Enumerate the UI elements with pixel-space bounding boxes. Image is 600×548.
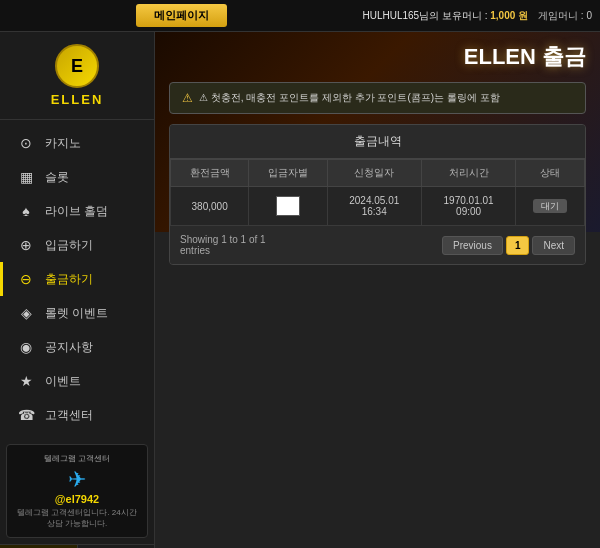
- balance-label: HULHUL165님의 보유머니 :: [362, 10, 487, 21]
- main-page-button[interactable]: 메인페이지: [136, 4, 227, 27]
- next-button[interactable]: Next: [532, 236, 575, 255]
- sidebar-item-casino[interactable]: ⊙ 카지노: [0, 126, 154, 160]
- page-title: ELLEN 출금: [169, 42, 586, 72]
- content-area: ELLEN 출금 ⚠ ⚠ 첫충전, 매충전 포인트를 제외한 추가 포인트(콤프…: [155, 32, 600, 548]
- deposit-icon: ⊕: [17, 236, 35, 254]
- cell-amount: 380,000: [171, 187, 249, 226]
- events-icon: ★: [17, 372, 35, 390]
- support-icon: ☎: [17, 406, 35, 424]
- col-status: 상태: [516, 160, 585, 187]
- main-content: ELLEN 출금 ⚠ ⚠ 첫충전, 매충전 포인트를 제외한 추가 포인트(콤프…: [155, 32, 600, 548]
- main-layout: E ELLEN ⊙ 카지노 ▦ 슬롯 ♠ 라이브 홀덤 ⊕ 입금하기 ⊖: [0, 32, 600, 548]
- sidebar-label-notice: 공지사항: [45, 339, 93, 356]
- sidebar-label-liveholdem: 라이브 홀덤: [45, 203, 108, 220]
- sidebar-label-deposit: 입금하기: [45, 237, 93, 254]
- table-title: 출금내역: [170, 125, 585, 159]
- telegram-subtitle: 텔레그램 고객센터입니다. 24시간 상담 가능합니다.: [15, 507, 139, 529]
- col-amount: 환전금액: [171, 160, 249, 187]
- sidebar-item-support[interactable]: ☎ 고객센터: [0, 398, 154, 432]
- pagination-buttons: Previous 1 Next: [442, 236, 575, 255]
- telegram-box[interactable]: 텔레그램 고객센터 ✈ @el7942 텔레그램 고객센터입니다. 24시간 상…: [6, 444, 148, 538]
- casino-icon: ⊙: [17, 134, 35, 152]
- nav-menu: ⊙ 카지노 ▦ 슬롯 ♠ 라이브 홀덤 ⊕ 입금하기 ⊖ 출금하기 ◈ 롤렛 이…: [0, 120, 154, 438]
- col-depositor: 입금자별: [249, 160, 327, 187]
- sidebar-label-withdrawal: 출금하기: [45, 271, 93, 288]
- telegram-icon: ✈: [15, 467, 139, 493]
- col-request-date: 신청일자: [327, 160, 421, 187]
- telegram-title: 텔레그램 고객센터: [15, 453, 139, 464]
- logo-text: ELLEN: [51, 92, 104, 107]
- sidebar-item-notice[interactable]: ◉ 공지사항: [0, 330, 154, 364]
- sidebar-item-liveholdem[interactable]: ♠ 라이브 홀덤: [0, 194, 154, 228]
- notice-icon: ◉: [17, 338, 35, 356]
- withdrawal-table: 환전금액 입금자별 신청일자 처리시간 상태 380,000: [170, 159, 585, 226]
- showing-text: Showing 1 to 1 of 1 entries: [180, 234, 266, 256]
- sidebar-item-deposit[interactable]: ⊕ 입금하기: [0, 228, 154, 262]
- cell-request-date: 2024.05.01 16:34: [327, 187, 421, 226]
- sidebar-item-slot[interactable]: ▦ 슬롯: [0, 160, 154, 194]
- sidebar-label-slot: 슬롯: [45, 169, 69, 186]
- pagination-row: Showing 1 to 1 of 1 entries Previous 1 N…: [170, 226, 585, 264]
- slot-icon: ▦: [17, 168, 35, 186]
- cell-process-time: 1970.01.01 09:00: [421, 187, 515, 226]
- logo-area: E ELLEN: [0, 32, 154, 120]
- roulette-icon: ◈: [17, 304, 35, 322]
- previous-button[interactable]: Previous: [442, 236, 503, 255]
- sidebar-item-roulette[interactable]: ◈ 롤렛 이벤트: [0, 296, 154, 330]
- sidebar-label-support: 고객센터: [45, 407, 93, 424]
- sidebar-item-withdrawal[interactable]: ⊖ 출금하기: [0, 262, 154, 296]
- balance-amount: 1,000 원: [490, 10, 528, 21]
- sidebar-item-events[interactable]: ★ 이벤트: [0, 364, 154, 398]
- balance-info: HULHUL165님의 보유머니 : 1,000 원: [362, 9, 528, 23]
- game-money-label: 게임머니 : 0: [538, 9, 592, 23]
- notice-bar: ⚠ ⚠ 첫충전, 매충전 포인트를 제외한 추가 포인트(콤프)는 롤링에 포함: [169, 82, 586, 114]
- telegram-handle: @el7942: [15, 493, 139, 505]
- top-bar-right: HULHUL165님의 보유머니 : 1,000 원 게임머니 : 0: [362, 9, 600, 23]
- cell-status: 대기: [516, 187, 585, 226]
- table-row: 380,000 2024.05.01 16:34 1970.01.01 09:0…: [171, 187, 585, 226]
- status-badge: 대기: [533, 199, 567, 213]
- notice-text: ⚠ 첫충전, 매충전 포인트를 제외한 추가 포인트(콤프)는 롤링에 포함: [199, 91, 500, 105]
- bottom-tabs: 실시간입금 현황 실시간출금 현황: [0, 544, 154, 548]
- withdrawal-table-panel: 출금내역 환전금액 입금자별 신청일자 처리시간 상태 380,000: [169, 124, 586, 265]
- sidebar-label-events: 이벤트: [45, 373, 81, 390]
- cell-depositor: [249, 187, 327, 226]
- top-bar: 메인페이지 HULHUL165님의 보유머니 : 1,000 원 게임머니 : …: [0, 0, 600, 32]
- holdem-icon: ♠: [17, 202, 35, 220]
- top-bar-center: 메인페이지: [0, 4, 362, 27]
- logo-badge-letter: E: [71, 56, 83, 77]
- withdrawal-icon: ⊖: [17, 270, 35, 288]
- warning-icon: ⚠: [182, 91, 193, 105]
- sidebar-label-roulette: 롤렛 이벤트: [45, 305, 108, 322]
- logo-badge: E: [55, 44, 99, 88]
- page-number-button[interactable]: 1: [506, 236, 530, 255]
- col-process-time: 처리시간: [421, 160, 515, 187]
- sidebar: E ELLEN ⊙ 카지노 ▦ 슬롯 ♠ 라이브 홀덤 ⊕ 입금하기 ⊖: [0, 32, 155, 548]
- sidebar-label-casino: 카지노: [45, 135, 81, 152]
